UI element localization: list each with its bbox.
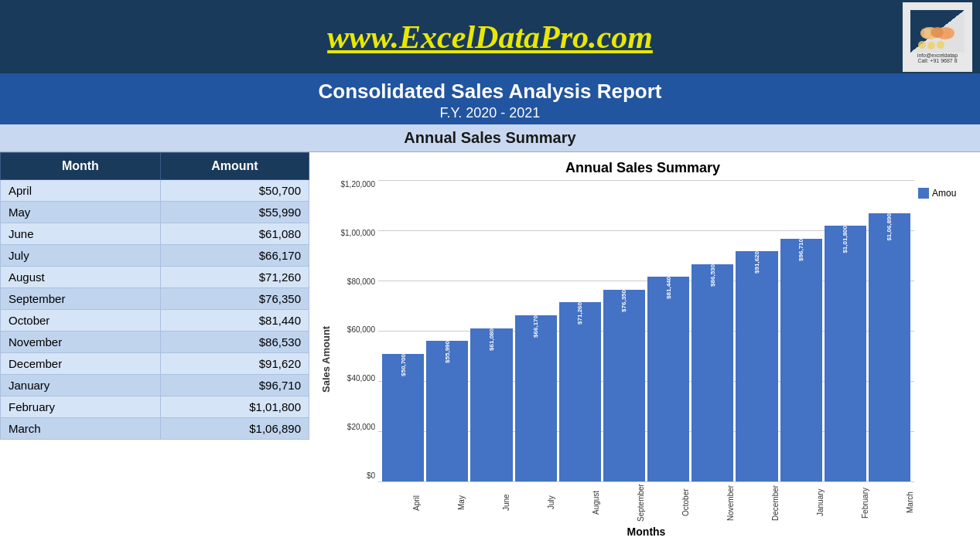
x-axis-title: Months: [332, 525, 914, 538]
y-tick: $1,20,000: [332, 180, 378, 189]
bar-group: $81,440: [647, 180, 689, 481]
y-axis-label: Sales Amount: [317, 180, 332, 538]
annual-summary-bar: Annual Sales Summary: [0, 124, 980, 152]
table-cell-amount: $71,260: [160, 267, 309, 288]
x-axis-label: September: [603, 481, 645, 524]
x-axis-label: March: [872, 481, 914, 524]
bar: $1,01,800: [825, 226, 866, 481]
svg-rect-2: [924, 29, 930, 38]
sales-table: Month Amount April$50,700May$55,990June$…: [0, 152, 309, 440]
bar-group: $66,170: [515, 180, 557, 481]
table-row: June$61,080: [1, 223, 309, 245]
bar: $50,700: [382, 354, 424, 481]
col-header-amount: Amount: [160, 153, 309, 180]
table-cell-amount: $81,440: [160, 310, 309, 332]
x-axis-label: May: [423, 481, 466, 524]
table-cell-month: March: [1, 418, 161, 440]
table-cell-amount: $1,06,890: [160, 418, 309, 440]
table-cell-month: January: [1, 375, 161, 396]
main-content: Month Amount April$50,700May$55,990June$…: [0, 152, 980, 545]
bar-group: $96,710: [780, 180, 822, 481]
x-axis-label: January: [782, 481, 825, 524]
y-tick: $40,000: [332, 374, 378, 383]
table-row: January$96,710: [1, 375, 309, 396]
table-cell-amount: $55,990: [160, 202, 309, 223]
table-cell-month: August: [1, 267, 161, 288]
y-tick: $80,000: [332, 277, 378, 286]
table-row: December$91,620: [1, 353, 309, 375]
logo-icon: [910, 10, 965, 53]
report-title-bar: Consolidated Sales Analysis Report F.Y. …: [0, 73, 980, 124]
bar: $66,170: [515, 315, 557, 481]
bar-value-label: $86,530: [709, 264, 716, 288]
bar-value-label: $66,170: [532, 315, 539, 339]
bar-group: $50,700: [382, 180, 424, 481]
legend-label: Amou: [932, 188, 956, 199]
bar: $1,06,890: [869, 213, 910, 481]
bar-group: $71,260: [559, 180, 601, 481]
y-tick: $1,00,000: [332, 229, 378, 237]
bar-group: $55,990: [426, 180, 468, 481]
bar-group: $86,530: [691, 180, 733, 481]
table-cell-month: September: [1, 288, 161, 310]
x-axis-label: June: [468, 481, 510, 524]
table-cell-month: April: [1, 180, 161, 202]
annual-summary-title: Annual Sales Summary: [0, 129, 980, 147]
table-row: September$76,350: [1, 288, 309, 310]
col-header-month: Month: [1, 153, 161, 180]
bar: $86,530: [691, 264, 733, 481]
svg-point-7: [927, 42, 935, 49]
chart-section: Annual Sales Summary Sales Amount $1,20,…: [309, 152, 980, 545]
bar-value-label: $96,710: [797, 239, 804, 263]
svg-rect-4: [944, 29, 951, 38]
y-tick: $20,000: [332, 423, 378, 431]
table-row: November$86,530: [1, 332, 309, 353]
bar-value-label: $81,440: [665, 277, 672, 301]
legend-item: Amou: [918, 188, 968, 199]
bar-value-label: $1,06,890: [886, 213, 893, 243]
bar-group: $91,620: [736, 180, 777, 481]
x-axis-label: July: [513, 481, 555, 524]
report-fy: F.Y. 2020 - 2021: [0, 105, 980, 121]
bar-value-label: $55,990: [444, 341, 451, 365]
bar-value-label: $76,350: [620, 290, 627, 314]
x-axis-labels: AprilMayJuneJulyAugustSeptemberOctoberNo…: [332, 481, 914, 524]
table-row: February$1,01,800: [1, 396, 309, 418]
bar-group: $76,350: [603, 180, 645, 481]
table-row: October$81,440: [1, 310, 309, 332]
table-row: August$71,260: [1, 267, 309, 288]
x-axis-label: April: [378, 481, 421, 524]
x-axis-label: November: [692, 481, 735, 524]
y-tick: $0: [332, 471, 378, 480]
table-cell-amount: $1,01,800: [160, 396, 309, 418]
table-cell-amount: $76,350: [160, 288, 309, 310]
bar-value-label: $71,260: [576, 302, 583, 326]
bar: $96,710: [780, 239, 822, 481]
table-cell-month: June: [1, 223, 161, 245]
bar-group: $1,06,890: [869, 180, 910, 481]
website-url: www.ExcelDataPro.com: [77, 19, 903, 56]
bar-value-label: $50,700: [400, 354, 407, 378]
chart-title: Annual Sales Summary: [317, 160, 968, 176]
y-tick: $60,000: [332, 325, 378, 334]
table-row: April$50,700: [1, 180, 309, 202]
header-top: www.ExcelDataPro.com: [0, 0, 980, 73]
bar-value-label: $1,01,800: [842, 226, 849, 255]
table-row: March$1,06,890: [1, 418, 309, 440]
bar: $81,440: [647, 277, 689, 481]
y-axis-ticks: $1,20,000$1,00,000$80,000$60,000$40,000$…: [332, 180, 378, 481]
table-cell-amount: $91,620: [160, 353, 309, 375]
table-cell-month: November: [1, 332, 161, 353]
table-cell-month: May: [1, 202, 161, 223]
bar-group: $1,01,800: [825, 180, 866, 481]
table-cell-amount: $61,080: [160, 223, 309, 245]
table-cell-month: December: [1, 353, 161, 375]
svg-point-8: [937, 41, 944, 49]
bars-container: $50,700$55,990$61,080$66,170$71,260$76,3…: [378, 180, 914, 481]
report-title: Consolidated Sales Analysis Report: [0, 80, 980, 104]
bar-value-label: $91,620: [753, 251, 760, 275]
legend-color-box: [918, 188, 929, 199]
x-axis-label: February: [827, 481, 869, 524]
svg-point-5: [931, 27, 944, 38]
bar: $55,990: [426, 341, 468, 481]
